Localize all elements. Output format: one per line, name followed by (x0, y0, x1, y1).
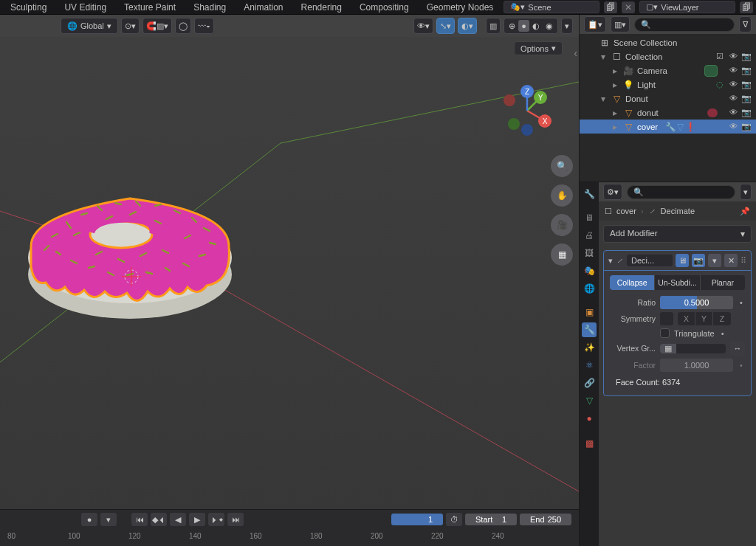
scene-new-button[interactable]: 🗐 (604, 1, 617, 13)
axis-x-button[interactable]: X (678, 312, 695, 325)
timecode-toggle[interactable]: ⏱ (446, 513, 462, 526)
expander-icon[interactable]: ▸ (611, 108, 619, 118)
outliner-row[interactable]: ▸▽cover🔧▽❗👁📷 (580, 120, 756, 134)
pin-icon[interactable]: 📌 (740, 207, 750, 216)
pan-icon[interactable]: ✋ (551, 184, 573, 207)
proportional-falloff[interactable]: 〰▾ (194, 18, 214, 34)
mode-planar-button[interactable]: Planar (701, 275, 745, 290)
modifier-realtime-toggle[interactable]: 🖥 (676, 254, 689, 267)
tab-uv-editing[interactable]: UV Editing (64, 2, 106, 13)
scene-delete-button[interactable]: ✕ (622, 1, 635, 13)
navigation-gizmo[interactable]: X Y Z (498, 81, 557, 140)
end-frame-field[interactable]: End250 (520, 514, 571, 525)
play-button[interactable]: ▶ (189, 513, 205, 526)
overlays-toggle[interactable]: ◐▾ (458, 18, 477, 34)
shading-dropdown[interactable]: ▾ (561, 18, 573, 34)
hide-in-viewport-icon[interactable]: 👁 (728, 66, 738, 75)
orientation-dropdown[interactable]: 🌐 Global ▾ (61, 18, 118, 34)
tab-output[interactable]: 🖨 (582, 228, 597, 243)
modifier-name-field[interactable]: Deci... (627, 255, 673, 266)
tab-physics[interactable]: ⚛ (582, 358, 597, 373)
outliner-view-dropdown[interactable]: ▥▾ (611, 16, 630, 32)
xray-toggle[interactable]: ▥ (486, 18, 501, 34)
tab-shading[interactable]: Shading (193, 2, 226, 13)
disable-in-render-icon[interactable]: 📷 (741, 66, 752, 75)
triangulate-checkbox[interactable]: Triangulate (660, 328, 715, 338)
properties-search[interactable]: 🔍 (627, 185, 735, 199)
expander-icon[interactable]: ▾ (599, 94, 608, 104)
tab-material[interactable]: ● (582, 411, 597, 426)
tab-render[interactable]: 🖥 (582, 210, 597, 225)
outliner-row[interactable]: ⊞Scene Collection (580, 35, 756, 49)
outliner-row[interactable]: ▸▽donut👁📷 (580, 106, 756, 120)
tab-sculpting[interactable]: Sculpting (10, 2, 47, 13)
auto-keying-dropdown[interactable]: ▾ (100, 513, 117, 526)
modifier-delete-button[interactable]: ✕ (724, 254, 738, 267)
tab-viewlayer[interactable]: 🖼 (582, 246, 597, 260)
camera-view-icon[interactable]: 🎥 (551, 214, 573, 236)
restrict-icon[interactable]: ◌ (715, 80, 725, 89)
visibility-dropdown[interactable]: 👁▾ (413, 18, 433, 34)
tab-particles[interactable]: ✨ (582, 340, 597, 355)
collection-color-swatch[interactable] (704, 65, 718, 77)
tab-mesh[interactable]: ▽ (582, 393, 597, 408)
symmetry-toggle[interactable] (660, 312, 673, 325)
tab-world[interactable]: 🌐 (582, 281, 597, 296)
hide-in-viewport-icon[interactable]: 👁 (728, 52, 738, 61)
expander-icon[interactable]: ▸ (611, 80, 619, 90)
tab-geometry-nodes[interactable]: Geometry Nodes (427, 2, 494, 13)
tab-animation[interactable]: Animation (244, 2, 283, 13)
outliner-row[interactable]: ▾▽Donut👁📷 (580, 91, 756, 106)
viewport-canvas[interactable]: Options ▾ ‹ (0, 37, 579, 509)
factor-field[interactable]: 1.0000 (660, 359, 733, 372)
perspective-toggle-icon[interactable]: ▦ (551, 243, 573, 266)
proportional-toggle[interactable]: ◯ (175, 18, 191, 34)
hide-in-viewport-icon[interactable]: 👁 (728, 80, 738, 89)
ratio-field[interactable]: 0.5000 (660, 296, 733, 309)
shading-rendered[interactable]: ◉ (543, 20, 556, 32)
disable-in-render-icon[interactable]: 📷 (741, 52, 752, 61)
outliner-display-mode[interactable]: 📋▾ (584, 16, 606, 32)
play-reverse-button[interactable]: ◀ (170, 513, 186, 526)
outliner-row[interactable]: ▾☐Collection☑👁📷 (580, 49, 756, 63)
properties-options-dropdown[interactable]: ▾ (740, 184, 752, 200)
tab-compositing[interactable]: Compositing (360, 2, 409, 13)
disable-in-render-icon[interactable]: 📷 (741, 94, 752, 103)
drag-handle-icon[interactable]: ⠿ (740, 256, 746, 266)
hide-in-viewport-icon[interactable]: 👁 (728, 94, 738, 103)
tab-texture-paint[interactable]: Texture Paint (124, 2, 176, 13)
vertex-group-field[interactable]: ▦ (660, 344, 726, 353)
mode-unsubdivide-button[interactable]: Un-Subdi... (655, 275, 700, 290)
factor-animate-icon[interactable]: • (738, 361, 745, 370)
tab-tool[interactable]: 🔧 (582, 187, 597, 201)
outliner-row[interactable]: ▸💡Light◌👁📷 (580, 77, 756, 91)
gizmo-toggle[interactable]: ⤡▾ (436, 18, 455, 34)
current-frame-field[interactable]: 1 (391, 514, 443, 525)
jump-to-end-button[interactable]: ⏭ (227, 513, 244, 526)
shading-solid[interactable]: ● (518, 20, 529, 32)
jump-keyframe-fwd-button[interactable]: ⏵◆ (208, 513, 224, 526)
tab-texture[interactable]: ▩ (582, 436, 597, 451)
mode-collapse-button[interactable]: Collapse (610, 275, 655, 290)
start-frame-field[interactable]: Start1 (465, 514, 517, 525)
pivot-dropdown[interactable]: ⊙▾ (121, 18, 140, 34)
expander-icon[interactable]: ▸ (611, 122, 619, 132)
outliner-row[interactable]: ▸🎥Camera👁📷 (580, 63, 756, 77)
hide-in-viewport-icon[interactable]: 👁 (728, 108, 738, 117)
shading-material[interactable]: ◐ (529, 20, 543, 32)
modifier-render-toggle[interactable]: 📷 (692, 254, 705, 267)
tab-object[interactable]: ▣ (582, 305, 597, 319)
tab-scene[interactable]: 🎭 (582, 263, 597, 278)
scene-selector[interactable]: 🎭▾Scene (504, 1, 599, 13)
jump-to-start-button[interactable]: ⏮ (131, 513, 148, 526)
breadcrumb-modifier[interactable]: Decimate (661, 207, 695, 215)
outliner-filter-button[interactable]: ∇ (739, 16, 752, 32)
tab-constraints[interactable]: 🔗 (582, 376, 597, 390)
properties-mode-dropdown[interactable]: ⚙▾ (603, 184, 622, 200)
tab-rendering[interactable]: Rendering (301, 2, 342, 13)
ratio-animate-icon[interactable]: • (738, 298, 745, 307)
add-modifier-dropdown[interactable]: Add Modifier▾ (603, 225, 752, 243)
disable-in-render-icon[interactable]: 📷 (741, 80, 752, 89)
hide-in-viewport-icon[interactable]: 👁 (728, 122, 738, 131)
modifier-extras-dropdown[interactable]: ▾ (708, 254, 721, 267)
